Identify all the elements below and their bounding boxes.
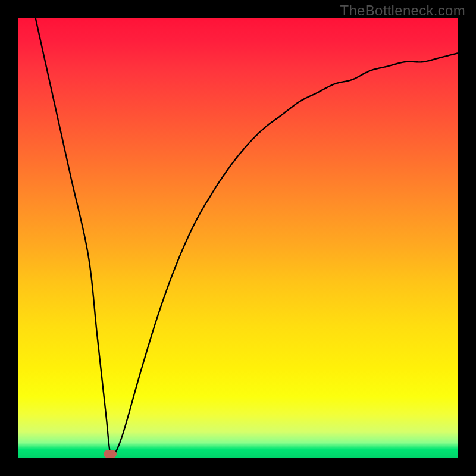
bottleneck-curve [18,18,458,458]
watermark-label: TheBottleneck.com [340,2,465,19]
optimal-point-marker [104,450,117,458]
plot-area [18,18,458,458]
chart-frame: TheBottleneck.com [0,0,476,476]
